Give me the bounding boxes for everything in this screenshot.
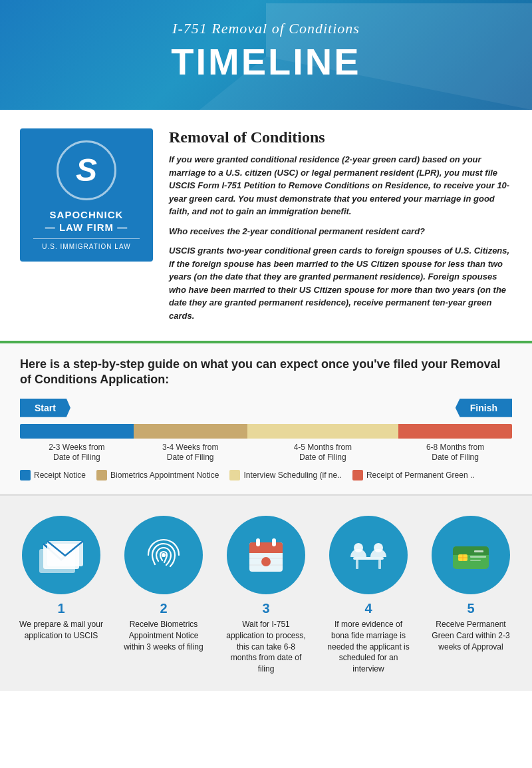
legend-label-3: Interview Scheduling (if ne..	[243, 471, 341, 480]
guide-section: Here is a step-by-step guide on what you…	[0, 343, 532, 496]
svg-rect-28	[474, 550, 483, 552]
timeline-bar	[20, 424, 512, 439]
step-circle-5	[432, 516, 510, 594]
step-number-5: 5	[467, 601, 474, 616]
intro-title: Removal of Conditions	[169, 128, 512, 146]
bar-green-card	[398, 424, 512, 439]
start-button: Start	[20, 399, 70, 417]
svg-rect-16	[356, 560, 358, 569]
calendar-icon	[243, 532, 289, 578]
envelope-icon	[38, 532, 84, 578]
svg-rect-26	[470, 556, 486, 558]
svg-point-6	[162, 554, 165, 556]
timeline-label-3: 4-5 Months fromDate of Filing	[247, 443, 399, 463]
legend-item-3: Interview Scheduling (if ne..	[229, 470, 341, 480]
guide-heading: Here is a step-by-step guide on what you…	[20, 357, 512, 388]
step-circle-1	[22, 516, 100, 594]
green-card-icon	[448, 532, 494, 578]
timeline-label-1: 2-3 Weeks fromDate of Filing	[20, 443, 134, 463]
fingerprint-icon	[140, 532, 187, 578]
steps-row: 1 We prepare & mail your application to …	[13, 516, 519, 675]
logo-tagline: U.S. IMMIGRATION LAW	[42, 243, 130, 250]
step-circle-2	[124, 516, 203, 594]
step-desc-2: Receive Biometrics Appointment Notice wi…	[120, 619, 207, 652]
step-item-5: 5 Receive Permanent Green Card within 2-…	[428, 516, 514, 652]
svg-rect-27	[470, 560, 481, 561]
step-desc-5: Receive Permanent Green Card within 2-3 …	[428, 619, 514, 652]
start-finish-row: Start Finish	[20, 399, 512, 417]
intro-paragraph2: USCIS grants two-year conditional green …	[169, 244, 512, 322]
legend-color-3	[229, 470, 240, 480]
step-desc-3: Wait for I-751 application to process, t…	[223, 619, 309, 675]
step-number-2: 2	[160, 601, 167, 616]
step-number-1: 1	[57, 601, 65, 616]
timeline-labels: 2-3 Weeks fromDate of Filing 3-4 Weeks f…	[20, 443, 512, 463]
legend-item-2: Biometrics Appointment Notice	[96, 470, 219, 480]
intro-section: S SAPOCHNICK— LAW FIRM — U.S. IMMIGRATIO…	[0, 110, 532, 343]
svg-rect-15	[353, 557, 384, 560]
step-desc-1: We prepare & mail your application to US…	[18, 619, 104, 642]
legend-label-1: Receipt Notice	[34, 471, 86, 480]
timeline-label-2: 3-4 Weeks fromDate of Filing	[134, 443, 247, 463]
intro-paragraph1: If you were granted conditional residenc…	[169, 153, 512, 218]
intro-text-block: Removal of Conditions If you were grante…	[169, 128, 512, 329]
logo-letter: S	[57, 140, 116, 200]
legend-color-4	[352, 470, 363, 480]
legend-color-1	[20, 470, 31, 480]
legend-label-2: Biometrics Appointment Notice	[110, 471, 219, 480]
step-desc-4: If more evidence of bona fide marriage i…	[325, 619, 412, 675]
svg-rect-12	[256, 538, 260, 546]
bar-biometrics	[134, 424, 247, 439]
intro-question: Who receives the 2-year conditional perm…	[169, 225, 512, 238]
legend-item-4: Receipt of Permanent Green ..	[352, 470, 475, 480]
svg-rect-17	[378, 560, 381, 569]
svg-rect-13	[272, 538, 276, 546]
step-circle-4	[329, 516, 408, 594]
legend-row: Receipt Notice Biometrics Appointment No…	[20, 470, 512, 480]
svg-marker-1	[200, 3, 532, 110]
legend-item-1: Receipt Notice	[20, 470, 86, 480]
step-item-3: 3 Wait for I-751 application to process,…	[223, 516, 309, 675]
bar-receipt-notice	[20, 424, 134, 439]
svg-rect-9	[249, 550, 283, 553]
page-header: I-751 Removal of Conditions TIMELINE	[0, 0, 532, 110]
legend-label-4: Receipt of Permanent Green ..	[366, 471, 475, 480]
legend-color-2	[96, 470, 107, 480]
steps-section: 1 We prepare & mail your application to …	[0, 496, 532, 691]
svg-rect-22	[453, 552, 489, 555]
people-icon	[345, 532, 392, 578]
timeline-label-4: 6-8 Months fromDate of Filing	[398, 443, 512, 463]
timeline-bar-wrapper	[20, 424, 512, 439]
step-circle-3	[227, 516, 305, 594]
step-number-4: 4	[364, 601, 372, 616]
step-item-1: 1 We prepare & mail your application to …	[18, 516, 104, 642]
finish-button: Finish	[456, 399, 512, 417]
step-item-4: 4 If more evidence of bona fide marriage…	[325, 516, 412, 675]
law-firm-logo: S SAPOCHNICK— LAW FIRM — U.S. IMMIGRATIO…	[20, 128, 153, 262]
step-item-2: 2 Receive Biometrics Appointment Notice …	[120, 516, 207, 652]
svg-point-14	[261, 557, 271, 566]
step-number-3: 3	[262, 601, 269, 616]
logo-firm-name: SAPOCHNICK— LAW FIRM —	[45, 208, 128, 234]
logo-divider	[33, 238, 140, 239]
bar-interview	[247, 424, 399, 439]
